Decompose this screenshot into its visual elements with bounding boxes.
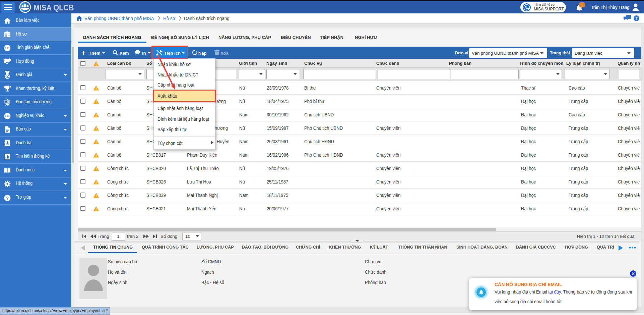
svg-text:?: ?	[635, 16, 638, 20]
svg-text:1: 1	[6, 75, 8, 78]
svg-text:?: ?	[6, 196, 9, 201]
